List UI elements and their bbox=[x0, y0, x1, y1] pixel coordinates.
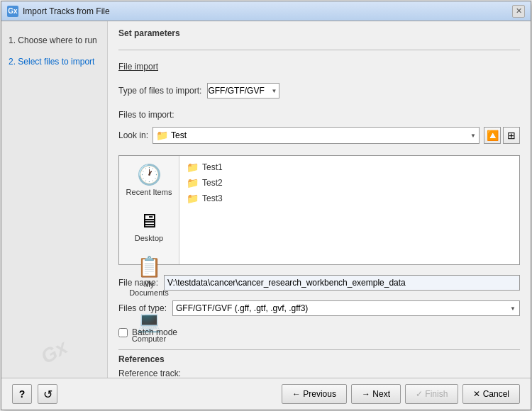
watermark: Gx bbox=[3, 316, 106, 378]
batch-mode-label: Batch mode bbox=[132, 327, 177, 337]
reset-button[interactable]: ↺ bbox=[38, 384, 57, 404]
ref-track-label: Reference track: bbox=[118, 368, 181, 378]
step-1: 1. Choose where to run bbox=[9, 32, 100, 50]
file-type-label: Type of files to import: bbox=[118, 86, 201, 96]
folder-icon-3: 📁 bbox=[187, 193, 199, 204]
view-options-button[interactable]: ⊞ bbox=[503, 127, 520, 144]
filename-row: File name: bbox=[118, 275, 520, 291]
list-item[interactable]: 📁 Test3 bbox=[184, 191, 515, 206]
file-list: 📁 Test1 📁 Test2 📁 Test3 bbox=[179, 156, 519, 264]
bottom-left-buttons: ? ↺ bbox=[12, 384, 57, 404]
files-to-import-label: Files to import: bbox=[118, 110, 520, 120]
file-name-1: Test1 bbox=[202, 162, 223, 172]
filetype-label: Files of type: bbox=[118, 303, 167, 313]
refresh-button[interactable]: 🔼 bbox=[484, 127, 501, 144]
file-type-select-wrapper: GFF/GTF/GVF BED BAM VCF bbox=[207, 83, 279, 98]
browser-area: 🕐 Recent Items 🖥 Desktop 📋 My Documents … bbox=[118, 155, 520, 265]
file-type-row: Type of files to import: GFF/GTF/GVF BED… bbox=[118, 83, 520, 98]
batch-mode-row: Batch mode bbox=[118, 327, 520, 337]
lookin-arrow-icon: ▼ bbox=[470, 133, 476, 139]
desktop-label: Desktop bbox=[135, 234, 163, 242]
batch-mode-checkbox[interactable] bbox=[118, 328, 128, 337]
file-name-2: Test2 bbox=[202, 178, 223, 188]
set-params-title: Set parameters bbox=[118, 28, 520, 38]
bottom-right-buttons: ← Previous → Next ✓ Finish ✕ Cancel bbox=[282, 384, 520, 404]
desktop-icon: 🖥 bbox=[139, 209, 159, 232]
folder-icon-2: 📁 bbox=[187, 177, 199, 188]
filetype-select-wrapper: GFF/GTF/GVF (.gff, .gtf, .gvf, .gff3) Al… bbox=[172, 300, 520, 316]
lookin-combo[interactable]: 📁 Test ▼ bbox=[153, 127, 480, 144]
filetype-row: Files of type: GFF/GTF/GVF (.gff, .gtf, … bbox=[118, 300, 520, 316]
cancel-button[interactable]: ✕ Cancel bbox=[462, 384, 520, 404]
finish-button[interactable]: ✓ Finish bbox=[405, 384, 458, 404]
lookin-value: Test bbox=[171, 130, 467, 140]
filename-label: File name: bbox=[118, 278, 158, 288]
references-label: References bbox=[118, 354, 520, 364]
ref-track-label-row: Reference track: bbox=[118, 368, 520, 378]
left-panel: 1. Choose where to run 2. Select files t… bbox=[1, 21, 108, 378]
close-button[interactable]: ✕ bbox=[512, 5, 525, 18]
recent-items-label: Recent Items bbox=[126, 188, 172, 196]
lookin-label: Look in: bbox=[118, 130, 148, 140]
file-name-3: Test3 bbox=[202, 193, 223, 203]
list-item[interactable]: 📁 Test2 bbox=[184, 176, 515, 190]
file-import-title: File import bbox=[118, 62, 520, 72]
folder-icon-1: 📁 bbox=[187, 162, 199, 173]
titlebar: Gx Import Tracks from File ✕ bbox=[1, 1, 531, 21]
sidebar-nav: 🕐 Recent Items 🖥 Desktop 📋 My Documents … bbox=[119, 156, 179, 264]
recent-icon: 🕐 bbox=[137, 163, 162, 186]
step-2: 2. Select files to import bbox=[9, 53, 100, 71]
recent-items-nav[interactable]: 🕐 Recent Items bbox=[122, 160, 176, 199]
dialog-title: Import Tracks from File bbox=[23, 6, 508, 16]
bottom-bar: ? ↺ ← Previous → Next ✓ Finish ✕ Cancel bbox=[1, 378, 531, 410]
lookin-row: Look in: 📁 Test ▼ 🔼 ⊞ bbox=[118, 127, 520, 144]
lookin-folder-icon: 📁 bbox=[156, 130, 168, 141]
main-content: 1. Choose where to run 2. Select files t… bbox=[1, 21, 531, 378]
previous-button[interactable]: ← Previous bbox=[282, 384, 347, 404]
filetype-select[interactable]: GFF/GTF/GVF (.gff, .gtf, .gvf, .gff3) Al… bbox=[172, 300, 520, 316]
file-type-select[interactable]: GFF/GTF/GVF BED BAM VCF bbox=[207, 83, 279, 98]
app-icon: Gx bbox=[7, 6, 18, 17]
right-panel: Set parameters File import Type of files… bbox=[108, 21, 531, 378]
references-section: References Reference track: 🔍 Please sel… bbox=[118, 348, 520, 378]
filename-input[interactable] bbox=[164, 275, 520, 291]
list-item[interactable]: 📁 Test1 bbox=[184, 160, 515, 174]
help-button[interactable]: ? bbox=[12, 384, 32, 404]
import-tracks-dialog: Gx Import Tracks from File ✕ 1. Choose w… bbox=[1, 1, 531, 410]
desktop-nav[interactable]: 🖥 Desktop bbox=[122, 206, 176, 245]
lookin-actions: 🔼 ⊞ bbox=[484, 127, 520, 144]
next-button[interactable]: → Next bbox=[351, 384, 401, 404]
